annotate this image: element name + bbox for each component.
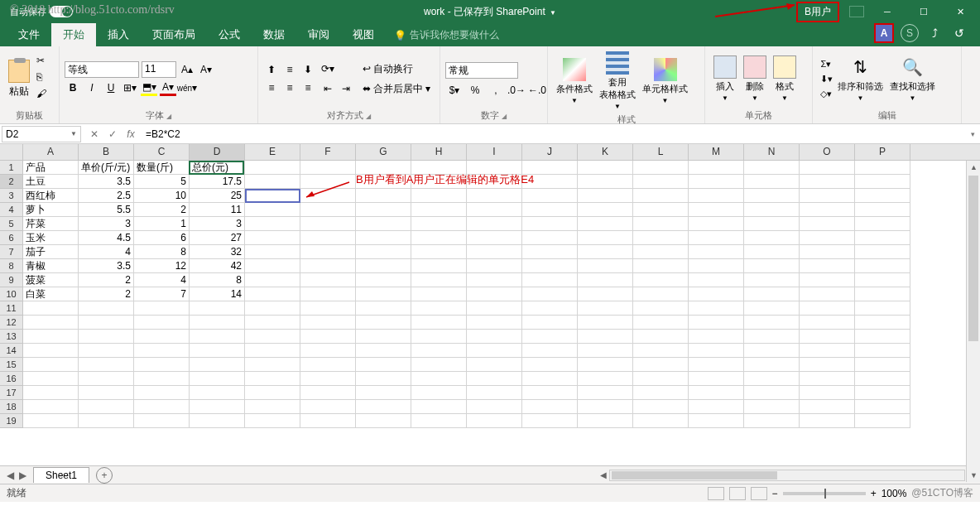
cell[interactable] xyxy=(190,316,245,330)
share-icon[interactable]: ⤴ xyxy=(925,27,944,40)
cell[interactable] xyxy=(467,330,522,344)
cell[interactable] xyxy=(245,330,300,344)
cell[interactable] xyxy=(522,344,578,358)
cell[interactable] xyxy=(356,217,411,231)
cell[interactable] xyxy=(245,203,300,217)
cell[interactable] xyxy=(855,161,910,175)
zoom-out-icon[interactable]: − xyxy=(772,488,778,499)
cell[interactable] xyxy=(467,273,522,287)
cell[interactable] xyxy=(633,287,689,301)
cell[interactable] xyxy=(744,330,800,344)
cell[interactable] xyxy=(800,316,855,330)
cell[interactable] xyxy=(689,301,744,316)
cell[interactable] xyxy=(578,344,633,358)
cell[interactable] xyxy=(411,301,467,316)
cell[interactable] xyxy=(190,344,245,358)
cell[interactable] xyxy=(356,175,411,189)
fill-color-icon[interactable]: ⬒▾ xyxy=(141,80,157,96)
cell[interactable]: 5 xyxy=(134,175,190,189)
cell[interactable] xyxy=(744,175,800,189)
cell[interactable] xyxy=(633,245,689,259)
cell[interactable] xyxy=(855,287,910,301)
cell-styles-button[interactable]: 单元格样式▼ xyxy=(639,56,691,106)
cell[interactable] xyxy=(800,287,855,301)
copy-icon[interactable]: ⎘ xyxy=(36,71,51,86)
normal-view-icon[interactable] xyxy=(708,487,724,500)
cell[interactable]: 土豆 xyxy=(23,175,79,189)
cell[interactable] xyxy=(245,245,300,259)
formula-input[interactable] xyxy=(142,126,965,142)
cell[interactable] xyxy=(744,301,800,316)
cell[interactable]: 32 xyxy=(190,245,245,259)
cell[interactable]: 1 xyxy=(134,217,190,231)
row-header[interactable]: 17 xyxy=(0,386,23,400)
cell[interactable] xyxy=(800,189,855,203)
tab-formulas[interactable]: 公式 xyxy=(207,23,252,46)
cell[interactable] xyxy=(800,386,855,400)
cell[interactable] xyxy=(411,273,467,287)
cell[interactable]: 青椒 xyxy=(23,259,79,273)
fx-icon[interactable]: fx xyxy=(124,128,137,140)
cell[interactable] xyxy=(522,259,578,273)
cell[interactable] xyxy=(633,316,689,330)
cell[interactable]: 菠菜 xyxy=(23,273,79,287)
column-header[interactable]: M xyxy=(689,144,744,160)
column-header[interactable]: B xyxy=(79,144,134,160)
cell[interactable] xyxy=(855,372,910,386)
cell[interactable]: 14 xyxy=(190,287,245,301)
percent-format-icon[interactable]: % xyxy=(466,82,484,99)
chevron-down-icon[interactable]: ▼ xyxy=(70,130,77,137)
cell[interactable] xyxy=(411,386,467,400)
cell[interactable] xyxy=(855,217,910,231)
cell[interactable]: 12 xyxy=(134,259,190,273)
cell[interactable] xyxy=(578,400,633,414)
cell[interactable]: 6 xyxy=(134,231,190,245)
cell[interactable] xyxy=(411,259,467,273)
cell[interactable] xyxy=(522,358,578,372)
row-header[interactable]: 5 xyxy=(0,217,23,231)
cell[interactable] xyxy=(578,330,633,344)
cell[interactable] xyxy=(79,358,134,372)
zoom-level[interactable]: 100% xyxy=(882,488,907,499)
skype-icon[interactable]: S xyxy=(901,24,919,42)
bold-button[interactable]: B xyxy=(65,80,81,96)
cell[interactable] xyxy=(800,273,855,287)
row-header[interactable]: 19 xyxy=(0,414,23,428)
cell[interactable] xyxy=(411,414,467,428)
cell[interactable] xyxy=(522,400,578,414)
cell[interactable] xyxy=(800,231,855,245)
tab-data[interactable]: 数据 xyxy=(252,23,296,46)
cell[interactable] xyxy=(411,245,467,259)
cell[interactable] xyxy=(79,386,134,400)
cell[interactable] xyxy=(855,358,910,372)
cell[interactable]: 西红柿 xyxy=(23,189,79,203)
cell[interactable] xyxy=(356,287,411,301)
cell[interactable]: 25 xyxy=(190,189,245,203)
cell[interactable] xyxy=(300,287,356,301)
cell[interactable] xyxy=(522,414,578,428)
cell[interactable] xyxy=(855,189,910,203)
horizontal-scrollbar[interactable]: ◀ ▶ xyxy=(113,470,980,481)
cell[interactable] xyxy=(411,231,467,245)
cell[interactable] xyxy=(245,316,300,330)
cell[interactable]: 白菜 xyxy=(23,287,79,301)
cell[interactable] xyxy=(467,217,522,231)
cell[interactable]: 4.5 xyxy=(79,231,134,245)
cell[interactable] xyxy=(522,189,578,203)
column-header[interactable]: D xyxy=(190,144,245,160)
cell[interactable] xyxy=(578,372,633,386)
column-header[interactable]: H xyxy=(411,144,467,160)
cell[interactable] xyxy=(800,414,855,428)
tab-home[interactable]: 开始 xyxy=(51,23,96,46)
cell[interactable] xyxy=(467,301,522,316)
spreadsheet-grid[interactable]: ABCDEFGHIJKLMNOP 1产品单价(斤/元)数量(斤)总价(元)2土豆… xyxy=(0,144,980,465)
cell[interactable]: 4 xyxy=(79,245,134,259)
column-header[interactable]: C xyxy=(134,144,190,160)
cell[interactable] xyxy=(411,344,467,358)
cell[interactable] xyxy=(578,217,633,231)
scroll-down-icon[interactable]: ▼ xyxy=(967,469,980,482)
cell[interactable]: 4 xyxy=(134,273,190,287)
sort-filter-button[interactable]: ⇅排序和筛选▼ xyxy=(834,54,886,104)
align-left-icon[interactable]: ≡ xyxy=(263,80,280,96)
comma-format-icon[interactable]: , xyxy=(487,82,505,99)
